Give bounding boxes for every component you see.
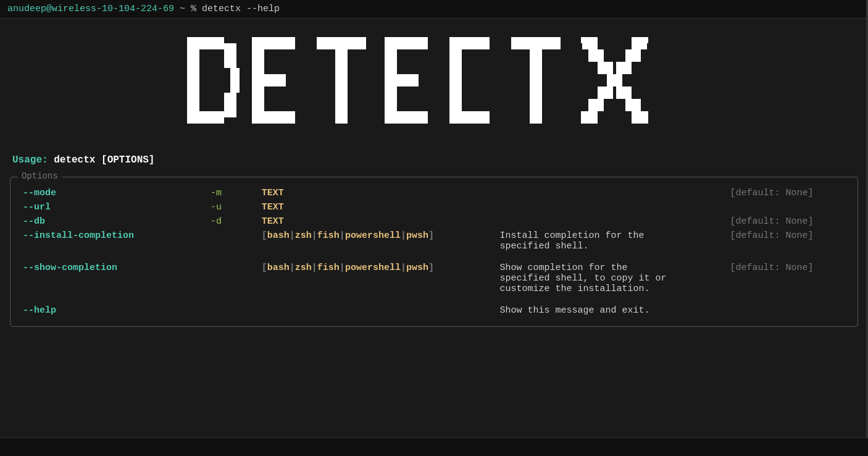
option-desc-help: Show this message and exit. xyxy=(499,303,730,318)
option-type-db: TEXT xyxy=(262,214,500,229)
shell-sep8: | xyxy=(401,263,406,273)
svg-rect-50 xyxy=(397,37,406,49)
svg-rect-1 xyxy=(187,49,199,62)
svg-rect-42 xyxy=(354,37,366,49)
svg-rect-27 xyxy=(264,74,273,87)
svg-rect-28 xyxy=(273,74,283,87)
svg-rect-2 xyxy=(187,62,199,74)
svg-rect-4 xyxy=(187,87,199,99)
svg-rect-38 xyxy=(335,111,348,124)
svg-rect-3 xyxy=(187,74,199,87)
shell-sep3: | xyxy=(340,230,345,241)
svg-rect-78 xyxy=(536,37,548,49)
svg-rect-48 xyxy=(385,99,397,111)
svg-rect-10 xyxy=(224,56,236,68)
logo-container xyxy=(0,19,868,148)
desc-show-text3: customize the installation. xyxy=(499,284,649,294)
prompt-separator: ~ xyxy=(174,4,191,14)
shell-bash: bash xyxy=(267,230,290,241)
svg-rect-65 xyxy=(462,37,474,49)
svg-rect-67 xyxy=(462,111,474,124)
option-desc-install: Install completion for the specified she… xyxy=(499,229,730,253)
svg-rect-73 xyxy=(530,87,542,99)
svg-rect-30 xyxy=(273,111,283,124)
option-long-mode: --mode xyxy=(23,186,211,200)
option-short-install xyxy=(211,229,262,253)
svg-rect-18 xyxy=(252,49,264,62)
svg-rect-72 xyxy=(530,74,542,87)
prompt-text: anudeep@wireless-10-104-224-69 ~ % detec… xyxy=(7,4,280,14)
option-long-db: --db xyxy=(23,214,211,229)
option-type-mode: TEXT xyxy=(262,186,500,200)
svg-rect-66 xyxy=(474,37,490,49)
table-row: --help Show this message and exit. xyxy=(23,303,845,318)
svg-rect-41 xyxy=(341,37,354,49)
default-install-text: [default: None] xyxy=(730,230,813,241)
svg-rect-60 xyxy=(449,62,462,74)
option-short-help xyxy=(211,303,262,318)
svg-rect-15 xyxy=(212,111,224,124)
svg-rect-26 xyxy=(283,37,295,49)
shell-sep7: | xyxy=(340,263,345,273)
svg-rect-19 xyxy=(252,62,264,74)
svg-rect-74 xyxy=(530,99,542,111)
terminal-window: anudeep@wireless-10-104-224-69 ~ % detec… xyxy=(0,0,868,456)
svg-rect-45 xyxy=(385,62,397,74)
desc-show-text2: specified shell, to copy it or xyxy=(499,273,666,284)
svg-rect-90 xyxy=(625,99,641,111)
table-row: --db -d TEXT [default: None] xyxy=(23,214,845,229)
option-default-help xyxy=(730,303,845,318)
shell-sep5: | xyxy=(290,263,295,273)
svg-rect-63 xyxy=(449,99,462,111)
option-short-show xyxy=(211,261,262,296)
option-default-show: [default: None] xyxy=(730,261,845,296)
shell-zsh2: zsh xyxy=(295,263,312,273)
svg-rect-52 xyxy=(415,37,428,49)
svg-rect-84 xyxy=(598,62,613,74)
svg-rect-94 xyxy=(644,37,648,43)
svg-rect-61 xyxy=(449,74,462,87)
prompt-user: anudeep@wireless-10-104-224-69 xyxy=(7,4,174,14)
table-row: --url -u TEXT xyxy=(23,200,845,214)
prompt-symbol: % xyxy=(191,4,202,14)
svg-rect-34 xyxy=(335,62,348,74)
table-row: --mode -m TEXT [default: None] xyxy=(23,186,845,200)
option-default-mode: [default: None] xyxy=(730,186,845,200)
usage-section: Usage: detectx [OPTIONS] xyxy=(0,148,868,174)
svg-rect-44 xyxy=(385,49,397,62)
shell-powershell: powershell xyxy=(345,230,401,241)
svg-rect-31 xyxy=(283,111,295,124)
option-long-show: --show-completion xyxy=(23,261,211,296)
option-short-mode: -m xyxy=(211,186,262,200)
option-type-show: [bash|zsh|fish|powershell|pwsh] xyxy=(262,261,500,296)
svg-rect-88 xyxy=(616,87,632,99)
svg-rect-35 xyxy=(335,74,348,87)
table-row: --show-completion [bash|zsh|fish|powersh… xyxy=(23,261,845,296)
desc-show-text1: Show completion for the xyxy=(499,263,627,273)
usage-command: detectx [OPTIONS] xyxy=(48,154,155,166)
svg-rect-5 xyxy=(187,99,199,111)
option-type-url: TEXT xyxy=(262,200,500,214)
svg-rect-93 xyxy=(581,37,585,43)
svg-rect-11 xyxy=(230,68,240,80)
table-row-spacer2 xyxy=(23,296,845,303)
option-default-install: [default: None] xyxy=(730,229,845,253)
svg-rect-71 xyxy=(530,62,542,74)
svg-rect-9 xyxy=(224,43,236,56)
bottom-bar xyxy=(0,437,868,456)
svg-rect-8 xyxy=(212,37,224,49)
options-box: Options --mode -m TEXT [default: None] -… xyxy=(10,177,858,327)
svg-rect-89 xyxy=(588,99,604,111)
shell-sep4: | xyxy=(401,230,406,241)
svg-rect-14 xyxy=(224,105,236,117)
shell-sep6: | xyxy=(312,263,317,273)
option-short-url: -u xyxy=(211,200,262,214)
option-desc-url xyxy=(499,200,730,214)
svg-rect-62 xyxy=(449,87,462,99)
svg-rect-76 xyxy=(511,37,524,49)
svg-rect-68 xyxy=(474,111,490,124)
options-table: --mode -m TEXT [default: None] --url -u … xyxy=(23,186,845,318)
table-row: --install-completion [bash|zsh|fish|powe… xyxy=(23,229,845,253)
svg-rect-24 xyxy=(264,37,273,49)
terminal-top-bar: anudeep@wireless-10-104-224-69 ~ % detec… xyxy=(0,0,868,19)
